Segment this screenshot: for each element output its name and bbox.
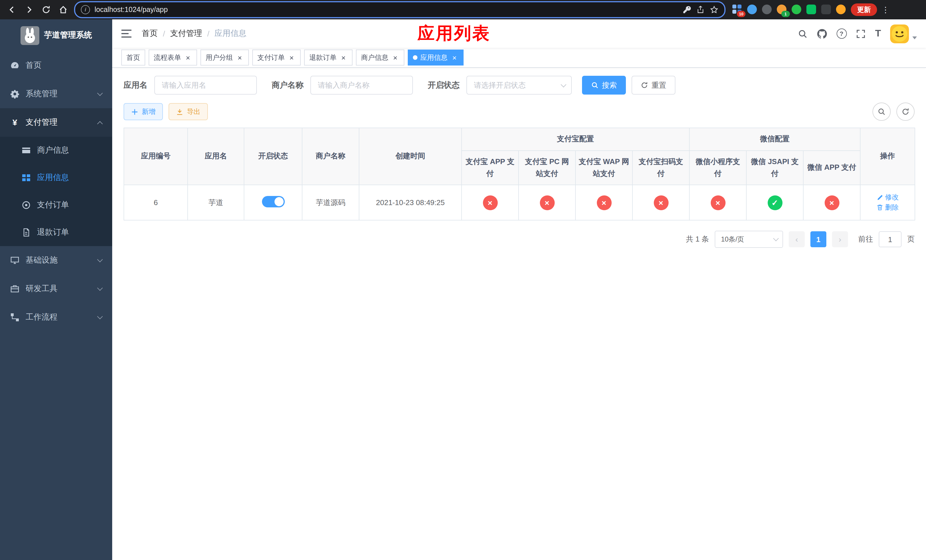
tab-merchant-info[interactable]: 商户信息 × [356, 50, 404, 65]
export-button[interactable]: 导出 [169, 103, 208, 120]
page-number-1[interactable]: 1 [810, 232, 826, 248]
edit-button[interactable]: 修改 [876, 193, 899, 203]
tab-pay-order[interactable]: 支付订单 × [252, 50, 301, 65]
search-icon[interactable] [797, 29, 808, 39]
gear-icon [10, 89, 20, 98]
reload-icon[interactable] [40, 3, 52, 16]
home-icon[interactable] [57, 3, 70, 16]
close-icon[interactable]: × [236, 53, 244, 62]
sidebar-item-pay-order[interactable]: 支付订单 [0, 191, 112, 219]
search-icon [591, 82, 599, 89]
tab-app-info[interactable]: 应用信息 × [408, 50, 464, 65]
breadcrumb-item-payment[interactable]: 支付管理 [170, 29, 202, 39]
refresh-table-button[interactable] [896, 103, 915, 121]
password-key-icon[interactable] [682, 5, 691, 14]
navbar-actions: ? T [797, 24, 917, 43]
sidebar-item-label: 系统管理 [26, 89, 57, 99]
status-toggle[interactable] [262, 196, 284, 207]
page-size-value: 10条/页 [721, 235, 744, 244]
toggle-search-button[interactable] [873, 103, 891, 121]
sidebar-item-app-info[interactable]: 应用信息 [0, 164, 112, 191]
extension-pin-icon[interactable] [821, 5, 831, 15]
fullscreen-icon[interactable] [856, 29, 866, 39]
share-icon[interactable] [696, 5, 705, 14]
chevron-down-icon [97, 257, 103, 262]
extension-green-circle-icon[interactable] [791, 5, 802, 15]
cell-wechat-mini: × [689, 185, 746, 221]
sidebar-item-refund-order[interactable]: 退款订单 [0, 219, 112, 246]
extension-dark-circle-icon[interactable] [762, 5, 772, 15]
merchant-input[interactable] [310, 76, 413, 95]
browser-menu-icon[interactable]: ⋮ [882, 5, 890, 14]
yen-icon: ¥ [10, 118, 20, 127]
delete-button[interactable]: 删除 [876, 203, 899, 212]
sidebar-item-payment[interactable]: ¥ 支付管理 [0, 108, 112, 137]
sidebar-item-merchant-info[interactable]: 商户信息 [0, 137, 112, 164]
sidebar-item-infrastructure[interactable]: 基础设施 [0, 246, 112, 275]
app-name-input[interactable] [154, 76, 257, 95]
hamburger-icon[interactable] [121, 30, 132, 38]
extension-wechat-devtools-icon[interactable] [806, 5, 817, 15]
user-avatar-menu[interactable] [890, 24, 917, 43]
bookmark-star-icon[interactable] [710, 5, 719, 14]
close-icon[interactable]: × [391, 53, 399, 62]
close-icon[interactable]: × [287, 53, 295, 62]
extension-grid-icon[interactable]: 10 [732, 5, 743, 15]
close-icon[interactable]: × [184, 53, 192, 62]
page-title-annotation: 应用列表 [418, 22, 490, 45]
tab-refund-order[interactable]: 退款订单 × [304, 50, 353, 65]
trash-icon [876, 204, 883, 211]
sidebar-item-system[interactable]: 系统管理 [0, 80, 112, 108]
help-icon[interactable]: ? [836, 29, 847, 39]
status-icon: × [596, 195, 611, 210]
col-header-wechat-mini: 微信小程序支付 [689, 151, 746, 185]
sidebar-logo[interactable]: 芋道管理系统 [0, 20, 112, 51]
col-header-alipay-qr: 支付宝扫码支付 [632, 151, 689, 185]
breadcrumb-separator: / [207, 29, 210, 38]
extension-drop-icon[interactable] [747, 5, 757, 15]
address-bar[interactable]: i localhost:1024/pay/app [74, 1, 726, 18]
refresh-icon [902, 107, 909, 116]
tab-home[interactable]: 首页 [121, 50, 145, 65]
tab-label: 应用信息 [420, 53, 448, 62]
font-size-icon[interactable]: T [875, 28, 881, 39]
reset-button-label: 重置 [652, 80, 666, 90]
merchant-label: 商户名称 [272, 80, 304, 90]
search-button[interactable]: 搜索 [582, 76, 626, 95]
col-header-status: 开启状态 [244, 128, 302, 185]
goto-page-input[interactable] [879, 232, 902, 248]
status-select[interactable]: 请选择开启状态 [466, 76, 572, 95]
page-size-select[interactable]: 10条/页 [715, 231, 783, 248]
url-text[interactable]: localhost:1024/pay/app [95, 6, 168, 14]
tab-user-group[interactable]: 用户分组 × [200, 50, 249, 65]
page-info-icon[interactable]: i [81, 5, 90, 14]
extension-badge: 10 [737, 11, 746, 17]
browser-update-button[interactable]: 更新 [851, 3, 877, 16]
prev-page-button[interactable]: ‹ [789, 232, 805, 248]
tab-process-form[interactable]: 流程表单 × [149, 50, 197, 65]
add-button[interactable]: 新增 [124, 103, 163, 120]
extension-monkey-icon[interactable] [836, 5, 846, 15]
col-header-wechat-app: 微信 APP 支付 [803, 151, 860, 185]
close-icon[interactable]: × [339, 53, 347, 62]
back-icon[interactable] [6, 3, 18, 16]
monitor-icon [10, 256, 20, 265]
breadcrumb-item-home[interactable]: 首页 [142, 29, 158, 39]
reset-button[interactable]: 重置 [632, 76, 675, 95]
github-icon[interactable] [817, 29, 827, 39]
close-icon[interactable]: × [451, 53, 458, 62]
sidebar-item-label: 商户信息 [37, 145, 69, 156]
browser-chrome: i localhost:1024/pay/app 10 1 [0, 0, 926, 20]
sidebar-item-home[interactable]: 首页 [0, 51, 112, 80]
next-page-button[interactable]: › [832, 232, 848, 248]
extension-badge: 1 [781, 11, 790, 17]
tab-label: 用户分组 [206, 53, 233, 62]
chevron-down-icon [97, 90, 103, 96]
sidebar-item-workflow[interactable]: 工作流程 [0, 303, 112, 331]
app-frame: 芋道管理系统 首页 系统管理 ¥ 支付管理 [0, 20, 926, 560]
forward-icon[interactable] [23, 3, 35, 16]
filter-form: 应用名 商户名称 开启状态 请选择开启状态 [124, 76, 915, 95]
extension-translate-icon[interactable]: 1 [777, 5, 787, 15]
sidebar-item-dev-tools[interactable]: 研发工具 [0, 275, 112, 303]
chevron-up-icon [97, 121, 103, 127]
